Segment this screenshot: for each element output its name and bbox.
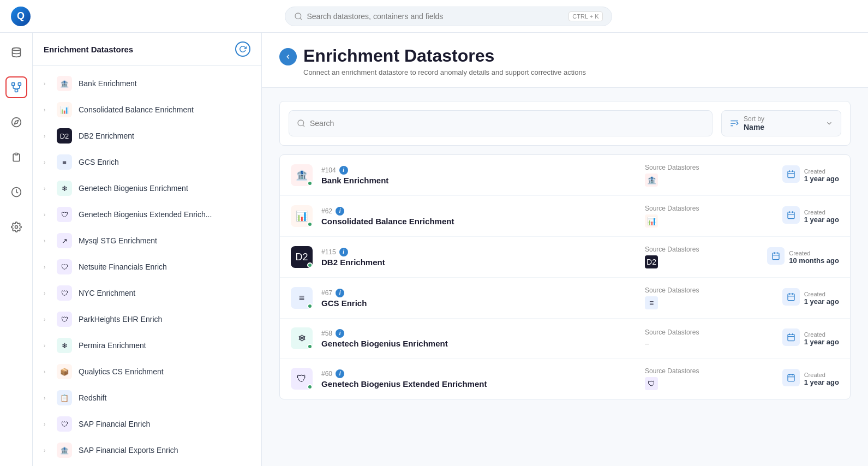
- svg-line-7: [13, 88, 16, 89]
- ds-source-label: Source Datastores: [645, 164, 754, 171]
- nav-item-label: Mysql STG Enrichment: [79, 236, 157, 245]
- sort-label-group: Sort by Name: [744, 115, 764, 132]
- info-icon[interactable]: i: [336, 329, 344, 338]
- svg-marker-11: [14, 120, 18, 124]
- ds-status-dot: [307, 181, 313, 186]
- datastore-row[interactable]: ≡ #67 i GCS Enrich Source Datastores ≡ C…: [280, 278, 850, 319]
- calendar-icon: [782, 369, 800, 386]
- datastore-row[interactable]: ❄ #58 i Genetech Biogenius Enrichment So…: [280, 319, 850, 359]
- sort-dropdown[interactable]: Sort by Name: [721, 110, 841, 136]
- nav-item-label: Genetech Biogenius Enrichment: [79, 184, 188, 193]
- nav-chevron-icon: ›: [44, 290, 50, 296]
- search-shortcut: CTRL + K: [568, 11, 602, 21]
- sidebar-item-netsuite[interactable]: › 🛡 Netsuite Financials Enrich: [33, 254, 261, 280]
- ds-date-group: Created 1 year ago: [763, 369, 839, 389]
- nav-item-label: Bank Enrichment: [79, 79, 137, 88]
- sidebar-item-qualytics[interactable]: › 📦 Qualytics CS Enrichment: [33, 359, 261, 385]
- nav-item-icon: 🛡: [57, 285, 72, 301]
- nav-item-label: DB2 Enrichment: [79, 132, 134, 140]
- nav-chevron-icon: ›: [44, 186, 50, 192]
- sidebar-icon-clock[interactable]: [5, 181, 27, 203]
- ds-created-value: 10 months ago: [789, 256, 839, 265]
- sort-icon: [729, 118, 739, 128]
- nav-chevron-icon: ›: [44, 238, 50, 244]
- info-icon[interactable]: i: [336, 207, 344, 216]
- sidebar-icon-clipboard[interactable]: [5, 146, 27, 168]
- ds-date-group: Created 1 year ago: [763, 206, 839, 226]
- ds-created-label: Created: [804, 291, 839, 297]
- ds-created-value: 1 year ago: [804, 175, 839, 183]
- sidebar-icon-compass[interactable]: [5, 111, 27, 133]
- filter-search-container[interactable]: [289, 110, 713, 136]
- calendar-icon: [782, 328, 800, 346]
- datastore-row[interactable]: D2 #115 i DB2 Enrichment Source Datastor…: [280, 237, 850, 278]
- nav-item-label: SAP Financial Exports Enrich: [79, 446, 178, 455]
- nav-chevron-icon: ›: [44, 212, 50, 218]
- sidebar-icon-network[interactable]: [5, 76, 27, 98]
- info-icon[interactable]: i: [336, 289, 344, 297]
- ds-id-row: #115 i: [321, 248, 636, 256]
- sidebar-item-genetech[interactable]: › ❄ Genetech Biogenius Enrichment: [33, 175, 261, 201]
- app-logo: Q: [11, 7, 31, 26]
- datastore-row[interactable]: 📊 #62 i Consolidated Balance Enrichment …: [280, 196, 850, 237]
- content-header-text: Enrichment Datastores Connect an enrichm…: [303, 46, 586, 76]
- ds-date-text: Created 1 year ago: [804, 291, 839, 306]
- nav-item-label: NYC Enrichment: [79, 289, 135, 297]
- filter-bar: Sort by Name: [279, 101, 851, 146]
- refresh-button[interactable]: [235, 41, 250, 57]
- calendar-icon: [782, 206, 800, 224]
- sidebar-item-sap-exports[interactable]: › 🏦 SAP Financial Exports Enrich: [33, 437, 261, 463]
- sidebar-item-parkheights[interactable]: › 🛡 ParkHeights EHR Enrich: [33, 306, 261, 332]
- datastore-row[interactable]: 🛡 #60 i Genetech Biogenius Extended Enri…: [280, 359, 850, 399]
- svg-point-10: [11, 118, 21, 127]
- sidebar-item-db2[interactable]: › D2 DB2 Enrichment: [33, 123, 261, 149]
- icon-sidebar: [0, 33, 33, 466]
- sidebar-item-gcs[interactable]: › ≡ GCS Enrich: [33, 149, 261, 175]
- sidebar-icon-database[interactable]: [5, 41, 27, 63]
- ds-date: Created 1 year ago: [763, 288, 839, 308]
- page-subtitle: Connect an enrichment datastore to recor…: [303, 68, 586, 76]
- ds-created-label: Created: [804, 372, 839, 378]
- back-button[interactable]: [279, 48, 297, 65]
- sidebar-item-genetech-ext[interactable]: › 🛡 Genetech Biogenius Extended Enrich..…: [33, 201, 261, 228]
- ds-icon-wrap: 📊: [291, 205, 313, 227]
- sidebar-item-mysql[interactable]: › ↗ Mysql STG Enrichment: [33, 228, 261, 254]
- calendar-icon: [782, 165, 800, 183]
- global-search-input[interactable]: [307, 12, 565, 21]
- svg-rect-40: [788, 375, 794, 381]
- svg-rect-5: [15, 89, 17, 92]
- nav-item-icon: 🛡: [57, 416, 72, 432]
- filter-search-input[interactable]: [310, 119, 704, 128]
- sidebar-item-sap-financial[interactable]: › 🛡 SAP Financial Enrich: [33, 411, 261, 437]
- sort-by-value: Name: [744, 123, 764, 132]
- sidebar-item-permira[interactable]: › ❄ Permira Enrichment: [33, 332, 261, 359]
- sidebar-item-consolidated[interactable]: › 📊 Consolidated Balance Enrichment: [33, 97, 261, 123]
- ds-created-label: Created: [789, 250, 839, 256]
- info-icon[interactable]: i: [336, 369, 344, 378]
- main-layout: Enrichment Datastores › 🏦 Bank Enrichmen…: [0, 33, 868, 466]
- sidebar-item-bank[interactable]: › 🏦 Bank Enrichment: [33, 70, 261, 97]
- content-area: Enrichment Datastores Connect an enrichm…: [262, 33, 868, 466]
- sidebar-item-redshift[interactable]: › 📋 Redshift: [33, 385, 261, 411]
- info-icon[interactable]: i: [339, 166, 348, 175]
- nav-chevron-icon: ›: [44, 447, 50, 453]
- topbar: Q CTRL + K: [0, 0, 868, 33]
- ds-source: Source Datastores 📊: [645, 205, 754, 228]
- ds-date: Created 1 year ago: [763, 328, 839, 348]
- global-search-bar[interactable]: CTRL + K: [285, 7, 612, 26]
- content-header: Enrichment Datastores Connect an enrichm…: [262, 33, 868, 88]
- ds-id-row: #62 i: [321, 207, 636, 216]
- svg-rect-4: [18, 83, 21, 86]
- ds-id: #58: [321, 330, 332, 337]
- nav-item-label: Genetech Biogenius Extended Enrich...: [79, 210, 212, 219]
- info-icon[interactable]: i: [339, 248, 348, 256]
- nav-sidebar: Enrichment Datastores › 🏦 Bank Enrichmen…: [33, 33, 262, 466]
- svg-rect-24: [788, 212, 794, 219]
- nav-chevron-icon: ›: [44, 343, 50, 349]
- nav-chevron-icon: ›: [44, 395, 50, 401]
- sidebar-icon-settings[interactable]: [5, 216, 27, 238]
- datastore-row[interactable]: 🏦 #104 i Bank Enrichment Source Datastor…: [280, 155, 850, 196]
- nav-item-label: Redshift: [79, 393, 106, 402]
- ds-id: #115: [321, 248, 336, 256]
- sidebar-item-nyc[interactable]: › 🛡 NYC Enrichment: [33, 280, 261, 306]
